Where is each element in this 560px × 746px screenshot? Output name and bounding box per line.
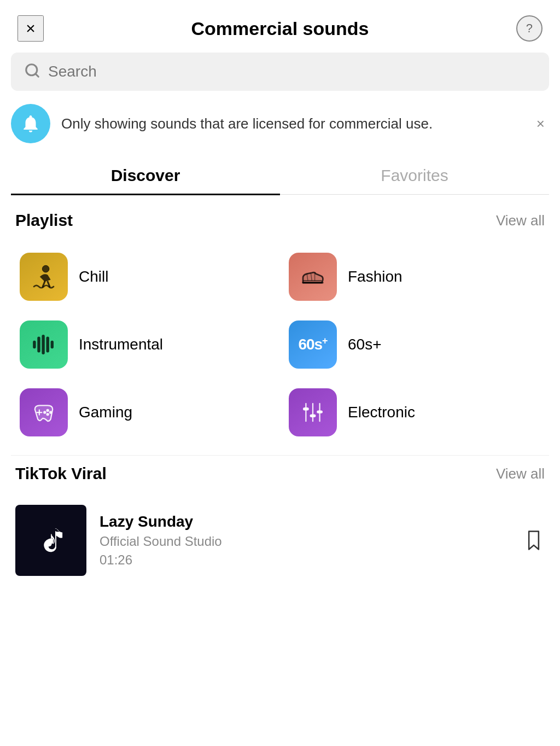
svg-rect-19 (317, 410, 323, 413)
svg-rect-17 (303, 407, 309, 410)
gaming-label: Gaming (79, 404, 132, 421)
viral-section: TikTok Viral View all ♪ Lazy Sunday Offi… (0, 464, 560, 596)
playlist-item-fashion[interactable]: Fashion (280, 243, 549, 311)
playlist-item-gaming[interactable]: Gaming (11, 378, 280, 446)
notice-text: Only showing sounds that are licensed fo… (61, 114, 521, 133)
search-bar[interactable] (11, 53, 549, 91)
svg-rect-5 (42, 335, 44, 354)
chill-label: Chill (79, 268, 108, 285)
song-artist: Official Sound Studio (100, 534, 510, 549)
svg-point-12 (46, 413, 49, 416)
electronic-icon (289, 388, 337, 436)
sixty-plus-icon: 60s+ (289, 320, 337, 369)
svg-point-10 (46, 409, 49, 412)
svg-rect-18 (310, 415, 316, 417)
song-item-lazy-sunday[interactable]: ♪ Lazy Sunday Official Sound Studio 01:2… (0, 496, 560, 585)
svg-point-13 (43, 411, 46, 413)
svg-text:♪: ♪ (45, 526, 57, 551)
help-button[interactable]: ? (516, 15, 542, 42)
instrumental-label: Instrumental (79, 336, 163, 353)
electronic-label: Electronic (348, 404, 415, 421)
playlist-item-sixty-plus[interactable]: 60s+ 60s+ (280, 311, 549, 378)
playlist-grid: Chill Fashion Instrumenta (0, 243, 560, 446)
viral-title: TikTok Viral (15, 464, 107, 483)
song-duration: 01:26 (100, 552, 510, 568)
section-divider (11, 455, 549, 456)
tab-favorites[interactable]: Favorites (280, 156, 549, 194)
search-icon (24, 62, 40, 81)
tab-bar: Discover Favorites (11, 156, 549, 195)
close-icon: × (26, 19, 36, 38)
page-title: Commercial sounds (191, 18, 369, 39)
notice-bell-icon (11, 104, 50, 143)
playlist-title: Playlist (15, 211, 73, 230)
gaming-icon (20, 388, 68, 436)
svg-point-2 (42, 265, 49, 272)
sixty-badge-text: 60s+ (298, 335, 327, 353)
fashion-label: Fashion (348, 268, 402, 285)
sixty-plus-label: 60s+ (348, 336, 382, 353)
svg-rect-4 (37, 337, 40, 353)
song-title: Lazy Sunday (100, 513, 510, 531)
search-input[interactable] (48, 63, 536, 80)
notice-close-button[interactable]: × (532, 111, 549, 137)
playlist-item-instrumental[interactable]: Instrumental (11, 311, 280, 378)
viral-section-header: TikTok Viral View all (0, 464, 560, 496)
close-button[interactable]: × (18, 15, 44, 42)
svg-rect-6 (46, 337, 49, 353)
playlist-section-header: Playlist View all (0, 211, 560, 243)
playlist-item-chill[interactable]: Chill (11, 243, 280, 311)
tab-discover[interactable]: Discover (11, 156, 280, 195)
notice-banner: Only showing sounds that are licensed fo… (11, 104, 549, 143)
instrumental-icon (20, 320, 68, 369)
fashion-icon (289, 253, 337, 301)
svg-point-11 (49, 411, 52, 413)
song-thumbnail: ♪ (15, 505, 86, 576)
svg-rect-7 (51, 341, 54, 348)
playlist-item-electronic[interactable]: Electronic (280, 378, 549, 446)
playlist-view-all[interactable]: View all (496, 212, 545, 229)
header: × Commercial sounds ? (0, 0, 560, 53)
chill-icon (20, 253, 68, 301)
bookmark-button[interactable] (523, 527, 545, 553)
viral-view-all[interactable]: View all (496, 465, 545, 482)
svg-line-1 (36, 74, 38, 77)
song-info: Lazy Sunday Official Sound Studio 01:26 (100, 513, 510, 568)
help-icon: ? (526, 21, 533, 36)
svg-rect-3 (33, 341, 36, 348)
